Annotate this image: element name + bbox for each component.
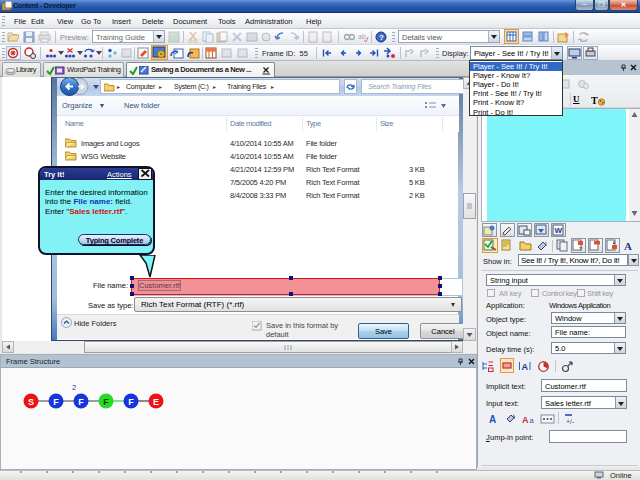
- svg-text:W: W: [555, 226, 563, 235]
- svg-text:E: E: [153, 397, 159, 407]
- svg-text:A: A: [489, 414, 496, 425]
- svg-text:2: 2: [72, 383, 76, 392]
- svg-text:?: ?: [579, 246, 583, 252]
- svg-text:a: a: [530, 416, 535, 425]
- svg-text:S: S: [28, 397, 34, 407]
- svg-text:F: F: [78, 397, 84, 407]
- svg-text:T: T: [591, 95, 598, 106]
- svg-text:A: A: [522, 415, 529, 425]
- svg-text:F: F: [128, 397, 134, 407]
- svg-text:ab: ab: [358, 33, 366, 40]
- svg-text:F: F: [53, 397, 59, 407]
- svg-text:?: ?: [379, 33, 384, 42]
- svg-text:A: A: [624, 240, 632, 252]
- svg-text:+/-: +/-: [566, 418, 575, 425]
- svg-text:A: A: [522, 362, 529, 372]
- svg-text:F: F: [103, 397, 109, 407]
